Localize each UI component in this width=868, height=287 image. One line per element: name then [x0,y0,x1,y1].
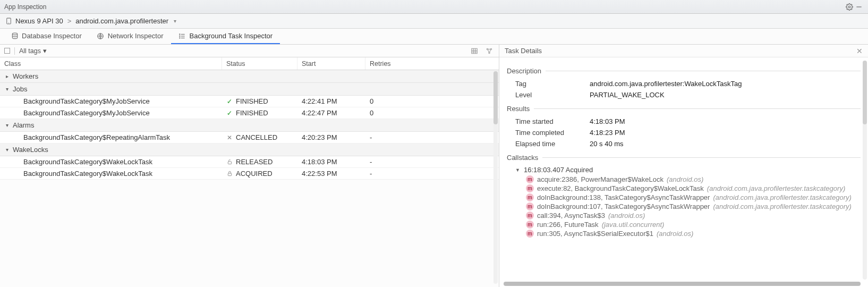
svg-point-17 [487,48,488,49]
cell-start: 4:22:53 PM [297,170,365,178]
group-label: Workers [13,72,38,80]
method-badge-icon: m [526,230,534,238]
gear-icon[interactable] [845,3,854,11]
check-icon: ✓ [226,110,233,116]
callstack-package: (android.os) [608,212,645,220]
value-tag: android.com.java.profilertester:WakeLock… [590,80,742,88]
section-results: Results [507,105,861,113]
callstack-entry[interactable]: mcall:394, AsyncTask$3 (android.os) [507,211,861,220]
label-level: Level [515,91,590,99]
details-title: Task Details [505,47,856,55]
callstack-entry[interactable]: macquire:2386, PowerManager$WakeLock (an… [507,175,861,184]
details-header: Task Details ✕ [499,45,868,57]
label-elapsed: Elapsed time [515,140,590,148]
cell-status: RELEASED [222,158,297,166]
tab-background-task-inspector[interactable]: Background Task Inspector [171,29,280,44]
section-description: Description [507,67,861,75]
scrollbar-vertical[interactable] [863,61,867,280]
cell-retries: - [365,170,499,178]
table-row[interactable]: BackgroundTaskCategory$MyJobService ✓ FI… [0,96,499,107]
table-row[interactable]: BackgroundTaskCategory$RepeatingAlarmTas… [0,132,499,144]
method-badge-icon: m [526,221,534,229]
svg-point-4 [12,33,17,35]
cell-class: BackgroundTaskCategory$RepeatingAlarmTas… [0,133,222,141]
callstack-package: (android.os) [657,230,693,238]
scrollbar-vertical[interactable] [493,71,498,284]
cell-class: BackgroundTaskCategory$WakeLockTask [0,158,222,166]
breadcrumb-process[interactable]: android.com.java.profilertester [75,17,168,25]
col-class[interactable]: Class [0,57,222,70]
group-wakelocks[interactable]: ▾ WakeLocks [0,144,499,156]
tab-label: Database Inspector [22,32,82,40]
tab-label: Background Task Inspector [190,32,273,40]
col-start[interactable]: Start [297,57,365,70]
breadcrumb-device[interactable]: Nexus 9 API 30 [15,17,63,25]
lock-icon [226,171,233,177]
callstack-entry[interactable]: mdoInBackground:107, TaskCategory$AsyncT… [507,202,861,211]
callstack-package: (android.com.java.profilertester.taskcat… [713,202,851,210]
tab-database-inspector[interactable]: Database Inspector [3,29,89,44]
tasks-table-body: ▸ Workers ▾ Jobs BackgroundTaskCategory$… [0,70,499,287]
cell-start: 4:20:23 PM [297,133,365,141]
callstack-signature: run:266, FutureTask [537,221,599,229]
tags-filter-dropdown[interactable]: All tags ▾ [19,47,47,55]
tab-network-inspector[interactable]: Network Inspector [89,29,171,44]
cell-retries: - [365,133,499,141]
callstack-signature: acquire:2386, PowerManager$WakeLock [537,175,663,183]
callstack-package: (java.util.concurrent) [602,221,665,229]
tasks-panel: All tags ▾ Class Status Start Retries ▸ … [0,45,499,287]
close-icon[interactable]: ✕ [856,47,863,55]
tasks-toolbar: All tags ▾ [0,45,499,57]
callstack-node[interactable]: ▼ 16:18:03.407 Acquired [507,165,861,175]
svg-rect-12 [472,48,478,53]
callstack-signature: doInBackground:138, TaskCategory$AsyncTa… [537,193,710,201]
label-tag: Tag [515,80,590,88]
table-view-icon[interactable] [469,47,480,55]
lock-open-icon [226,159,233,165]
group-jobs[interactable]: ▾ Jobs [0,83,499,96]
cell-status: ACQUIRED [222,170,297,178]
stop-icon[interactable] [4,48,10,54]
callstack-signature: run:305, AsyncTask$SerialExecutor$1 [537,230,653,238]
database-icon [11,32,19,40]
breadcrumb: Nexus 9 API 30 > android.com.java.profil… [0,14,868,29]
cell-start: 4:22:41 PM [297,97,365,105]
method-badge-icon: m [526,212,534,220]
callstack-entry[interactable]: mrun:305, AsyncTask$SerialExecutor$1 (an… [507,229,861,238]
group-label: Jobs [13,85,27,93]
tags-filter-label: All tags [19,47,41,55]
table-row[interactable]: BackgroundTaskCategory$WakeLockTask ACQU… [0,168,499,180]
group-alarms[interactable]: ▾ Alarms [0,119,499,132]
callstack-signature: doInBackground:107, TaskCategory$AsyncTa… [537,202,710,210]
method-badge-icon: m [526,202,534,210]
method-badge-icon: m [526,193,534,201]
table-row[interactable]: BackgroundTaskCategory$MyJobService ✓ FI… [0,107,499,119]
method-badge-icon: m [526,175,534,183]
callstack-entry[interactable]: mdoInBackground:138, TaskCategory$AsyncT… [507,193,861,202]
table-row[interactable]: BackgroundTaskCategory$WakeLockTask RELE… [0,156,499,168]
window-title: App Inspection [4,3,845,11]
col-status[interactable]: Status [222,57,297,70]
cell-start: 4:18:03 PM [297,158,365,166]
check-icon: ✓ [226,98,233,105]
titlebar: App Inspection [0,0,868,14]
svg-rect-21 [228,173,231,176]
svg-point-11 [180,37,180,38]
chevron-down-icon: ▾ [4,147,10,153]
value-time-completed: 4:18:23 PM [590,129,625,137]
callstack-entry[interactable]: mexecute:82, BackgroundTaskCategory$Wake… [507,184,861,193]
chevron-right-icon: ▸ [4,73,10,79]
cell-retries: 0 [365,109,499,117]
chevron-down-icon: ▾ [43,47,47,55]
col-retries[interactable]: Retries [365,57,499,70]
group-workers[interactable]: ▸ Workers [0,70,499,83]
breadcrumb-separator: > [66,17,73,25]
chevron-down-icon[interactable]: ▾ [172,18,176,24]
svg-point-10 [180,36,180,36]
callstack-signature: call:394, AsyncTask$3 [537,212,605,220]
graph-view-icon[interactable] [484,47,495,55]
callstack-entry[interactable]: mrun:266, FutureTask (java.util.concurre… [507,220,861,229]
tab-label: Network Inspector [108,32,164,40]
minimize-icon[interactable] [854,3,864,11]
scrollbar-horizontal[interactable] [504,282,861,286]
